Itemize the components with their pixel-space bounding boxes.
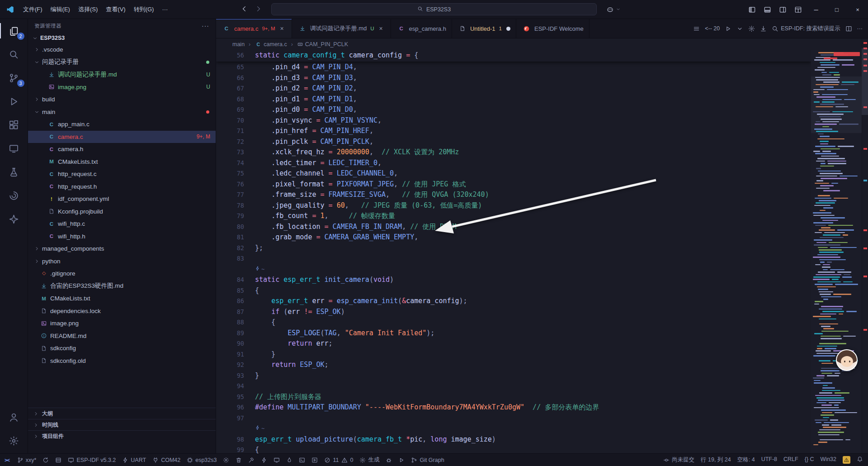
run-file[interactable] bbox=[725, 25, 731, 32]
code-line[interactable]: 99{ bbox=[216, 445, 811, 453]
line-number[interactable]: 68 bbox=[216, 94, 244, 105]
line-number[interactable]: 67 bbox=[216, 83, 244, 94]
status-cmake-build[interactable]: 生成 bbox=[356, 454, 382, 466]
menu-item-2[interactable]: 选择(S) bbox=[74, 4, 102, 15]
nav-forward-button[interactable] bbox=[255, 5, 262, 14]
tree-item[interactable]: 问题记录手册 bbox=[28, 56, 216, 69]
status-device-target[interactable]: esp32s3 bbox=[184, 454, 220, 466]
activity-explorer[interactable]: 2 bbox=[0, 19, 28, 43]
sidebar-section-2[interactable]: 项目组件 bbox=[28, 430, 216, 442]
tree-item[interactable]: image.png bbox=[28, 317, 216, 330]
line-number[interactable]: 89 bbox=[216, 328, 244, 339]
install-tools[interactable] bbox=[760, 25, 767, 32]
status-git-sync[interactable] bbox=[39, 454, 52, 466]
line-number[interactable]: 78 bbox=[216, 200, 244, 211]
status-git-branch[interactable]: xxy* bbox=[14, 454, 40, 466]
minimap[interactable] bbox=[811, 50, 862, 453]
status-flash-method[interactable]: UART bbox=[119, 454, 149, 466]
menu-item-0[interactable]: 文件(F) bbox=[19, 4, 47, 15]
status-problems-errors[interactable]: 11 bbox=[321, 454, 340, 466]
code-line[interactable]: 91 } bbox=[216, 349, 811, 360]
code-line[interactable]: 76 .pixel_format = PIXFORMAT_JPEG, // 使用… bbox=[216, 179, 811, 190]
status-eol[interactable]: CRLF bbox=[780, 456, 802, 462]
code-line[interactable]: 68 .pin_d1 = CAM_PIN_D1, bbox=[216, 94, 811, 105]
code-line[interactable]: 72 .pin_pclk = CAM_PIN_PCLK, bbox=[216, 137, 811, 147]
tab-esp_camera.h[interactable]: Cesp_camera.h bbox=[391, 19, 452, 38]
nav-back-button[interactable] bbox=[241, 5, 248, 14]
tree-item[interactable]: sdkconfig.old bbox=[28, 355, 216, 367]
window-minimize-button[interactable]: ─ bbox=[806, 0, 826, 19]
line-number[interactable]: 96 bbox=[216, 402, 244, 413]
menu-item-4[interactable]: 转到(G) bbox=[130, 4, 158, 15]
line-number[interactable]: 56 bbox=[216, 50, 244, 61]
sticky-scroll-line[interactable]: 56static camera_config_t camera_config =… bbox=[216, 50, 811, 62]
line-number[interactable]: 74 bbox=[216, 158, 244, 169]
codelens-row[interactable]: ~ bbox=[216, 423, 811, 434]
code-line[interactable]: 97 bbox=[216, 413, 811, 424]
activity-accounts[interactable] bbox=[0, 405, 28, 429]
line-number[interactable]: 69 bbox=[216, 105, 244, 115]
status-flash[interactable] bbox=[258, 454, 270, 466]
code-line[interactable]: 74 .ledc_timer = LEDC_TIMER_0, bbox=[216, 158, 811, 169]
tab-ESP-IDF Welcome[interactable]: ESP-IDF Welcome bbox=[516, 19, 590, 38]
tab-close-icon[interactable]: × bbox=[377, 24, 385, 33]
activity-ai-assistant[interactable] bbox=[0, 207, 28, 231]
line-number[interactable]: 93 bbox=[216, 371, 244, 381]
code-line[interactable]: 96#define MULTIPART_BOUNDARY "----WebKit… bbox=[216, 402, 811, 413]
layout-panelB-button[interactable] bbox=[760, 3, 775, 16]
status-debug-launch[interactable] bbox=[382, 454, 395, 466]
line-number[interactable]: 97 bbox=[216, 413, 244, 424]
window-maximize-button[interactable]: □ bbox=[826, 0, 847, 19]
code-line[interactable]: 94 bbox=[216, 381, 811, 392]
copilot-chevron[interactable] bbox=[616, 6, 621, 13]
code-line[interactable]: 81 .grab_mode = CAMERA_GRAB_WHEN_EMPTY, bbox=[216, 232, 811, 243]
code-line[interactable]: 71 .pin_href = CAM_PIN_HREF, bbox=[216, 126, 811, 137]
status-language-mode[interactable]: {} C bbox=[802, 456, 817, 462]
activity-extensions[interactable] bbox=[0, 113, 28, 137]
editor-scrollbar[interactable] bbox=[862, 48, 868, 115]
sidebar-section-1[interactable]: 时间线 bbox=[28, 419, 216, 430]
tree-item[interactable]: Capp_main.c bbox=[28, 118, 216, 131]
codelens-row[interactable]: ~ bbox=[216, 264, 811, 275]
tree-item[interactable]: 合宙的ESP32S3硬件图.md bbox=[28, 280, 216, 293]
layout-layout-button[interactable] bbox=[790, 3, 806, 16]
code-line[interactable]: 83 bbox=[216, 253, 811, 264]
status-monitor[interactable] bbox=[270, 454, 283, 466]
copilot-button[interactable] bbox=[602, 3, 618, 16]
activity-search[interactable] bbox=[0, 43, 28, 66]
status-git-graph[interactable]: Git Graph bbox=[408, 454, 447, 466]
tree-item[interactable]: Chttp_request.h bbox=[28, 181, 216, 193]
tree-item[interactable]: Ccamera.h bbox=[28, 143, 216, 156]
line-number[interactable]: 73 bbox=[216, 147, 244, 158]
more-actions[interactable]: ··· bbox=[857, 25, 863, 32]
line-number[interactable]: 85 bbox=[216, 285, 244, 296]
code-line[interactable]: 89 ESP_LOGE(TAG, "Camera Init Failed"); bbox=[216, 328, 811, 339]
line-number[interactable]: 86 bbox=[216, 296, 244, 307]
status-build[interactable] bbox=[245, 454, 258, 466]
tree-item[interactable]: Kconfig.projbuild bbox=[28, 205, 216, 218]
tree-item[interactable]: Chttp_request.c bbox=[28, 168, 216, 181]
line-number[interactable]: 94 bbox=[216, 381, 244, 392]
tree-item[interactable]: .gitignore bbox=[28, 267, 216, 280]
tree-item[interactable]: build bbox=[28, 93, 216, 106]
status-idf-terminal[interactable] bbox=[296, 454, 308, 466]
tree-item[interactable]: main bbox=[28, 106, 216, 119]
line-number[interactable]: 83 bbox=[216, 253, 244, 264]
code-line[interactable]: 88 { bbox=[216, 317, 811, 328]
activity-settings[interactable] bbox=[0, 429, 28, 452]
status-tasks[interactable] bbox=[52, 454, 65, 466]
window-close-button[interactable]: × bbox=[847, 0, 868, 19]
tree-item[interactable]: dependencies.lock bbox=[28, 305, 216, 318]
code-line[interactable]: 79 .fb_count = 1, // 帧缓存数量 bbox=[216, 211, 811, 222]
split-editor[interactable] bbox=[845, 25, 852, 32]
layout-panelR-button[interactable] bbox=[775, 3, 790, 16]
line-number[interactable]: 79 bbox=[216, 211, 244, 222]
status-serial-port[interactable]: COM42 bbox=[149, 454, 184, 466]
line-number[interactable]: 88 bbox=[216, 317, 244, 328]
menu-item-1[interactable]: 编辑(E) bbox=[47, 4, 74, 15]
line-number[interactable]: 66 bbox=[216, 73, 244, 84]
line-number[interactable]: 87 bbox=[216, 307, 244, 318]
code-line[interactable]: 70 .pin_vsync = CAM_PIN_VSYNC, bbox=[216, 115, 811, 126]
status-notifications[interactable] bbox=[854, 456, 866, 462]
status-menuconfig[interactable] bbox=[220, 454, 232, 466]
